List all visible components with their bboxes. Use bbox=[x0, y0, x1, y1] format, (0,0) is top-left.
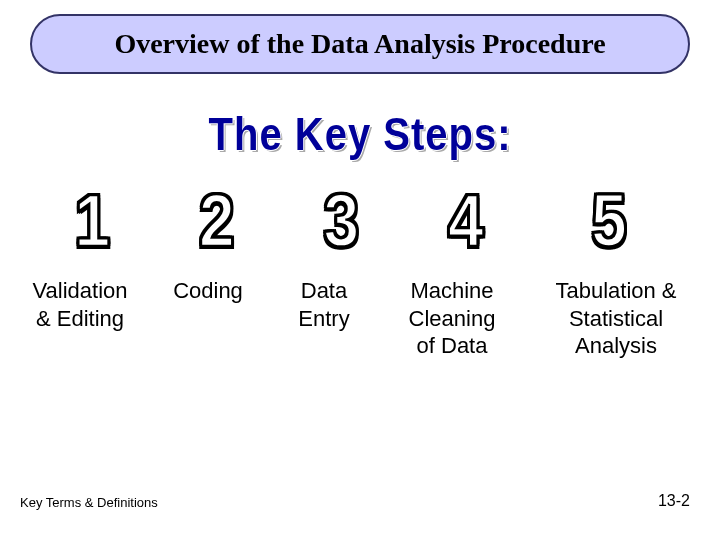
subtitle-text: The Key Steps: bbox=[209, 109, 512, 161]
step-number-5: 5 bbox=[591, 184, 627, 258]
step-label-4-line3: of Data bbox=[386, 332, 518, 360]
step-number-1: 1 bbox=[74, 184, 110, 258]
step-label-1-line1: Validation bbox=[14, 277, 146, 305]
step-label-4-line1: Machine bbox=[386, 277, 518, 305]
step-label-4: Machine Cleaning of Data bbox=[382, 277, 522, 360]
step-label-5: Tabulation & Statistical Analysis bbox=[522, 277, 710, 360]
page-title: Overview of the Data Analysis Procedure bbox=[114, 28, 605, 59]
step-2: 2 bbox=[155, 189, 280, 253]
step-label-5-line2: Statistical bbox=[526, 305, 706, 333]
page-number: 13-2 bbox=[658, 492, 690, 510]
step-number-2: 2 bbox=[199, 184, 235, 258]
step-5: 5 bbox=[528, 189, 690, 253]
footer-left: Key Terms & Definitions bbox=[20, 495, 158, 510]
step-labels-row: Validation & Editing Coding Data Entry M… bbox=[10, 277, 710, 360]
step-label-1: Validation & Editing bbox=[10, 277, 150, 360]
step-label-5-line1: Tabulation & bbox=[526, 277, 706, 305]
step-label-4-line2: Cleaning bbox=[386, 305, 518, 333]
step-label-3-line1: Data bbox=[270, 277, 378, 305]
step-1: 1 bbox=[30, 189, 155, 253]
title-banner: Overview of the Data Analysis Procedure bbox=[30, 14, 690, 74]
step-label-1-line2: & Editing bbox=[14, 305, 146, 333]
subtitle-container: The Key Steps: bbox=[0, 112, 720, 157]
step-numbers-row: 1 2 3 4 5 bbox=[30, 189, 690, 253]
step-3: 3 bbox=[279, 189, 404, 253]
step-number-3: 3 bbox=[324, 184, 360, 258]
step-label-2: Coding bbox=[150, 277, 266, 360]
step-number-4: 4 bbox=[448, 184, 484, 258]
step-4: 4 bbox=[404, 189, 529, 253]
step-label-3-line2: Entry bbox=[270, 305, 378, 333]
step-label-3: Data Entry bbox=[266, 277, 382, 360]
step-label-5-line3: Analysis bbox=[526, 332, 706, 360]
step-label-2-line1: Coding bbox=[154, 277, 262, 305]
